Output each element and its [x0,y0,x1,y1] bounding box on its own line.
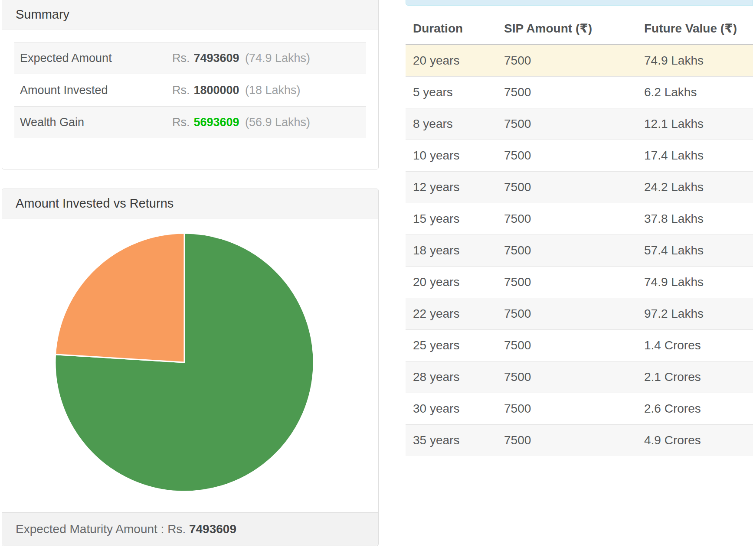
cell-sip-amount: 7500 [497,329,637,361]
cell-duration: 28 years [406,361,497,393]
summary-row-note: (18 Lakhs) [245,84,301,97]
cell-duration: 22 years [406,298,497,329]
cell-future-value: 74.9 Lakhs [637,266,753,298]
cell-duration: 8 years [406,108,497,140]
summary-row-label: Wealth Gain [20,116,84,129]
cell-duration: 10 years [406,140,497,171]
currency-prefix: Rs. [172,52,190,65]
cell-sip-amount: 7500 [497,393,637,424]
table-header-row: Duration SIP Amount (₹) Future Value (₹) [406,6,753,45]
summary-row-expected-amount: Expected Amount Rs.7493609 (74.9 Lakhs) [14,42,366,74]
cell-sip-amount: 7500 [497,361,637,393]
invested-vs-returns-panel: Amount Invested vs Returns Expected Matu… [2,189,379,546]
sip-projection-table-region: Duration SIP Amount (₹) Future Value (₹)… [406,0,753,456]
cell-future-value: 12.1 Lakhs [637,108,753,140]
summary-row-amount-invested: Amount Invested Rs.1800000 (18 Lakhs) [14,74,366,106]
cell-sip-amount: 7500 [497,140,637,171]
table-row: 28 years75002.1 Crores [406,361,753,393]
table-row: 10 years750017.4 Lakhs [406,140,753,171]
cell-sip-amount: 7500 [497,171,637,203]
cell-duration: 15 years [406,203,497,234]
expected-maturity-footer: Expected Maturity Amount : Rs. 7493609 [2,512,378,546]
cell-duration: 20 years [406,45,497,76]
cell-duration: 30 years [406,393,497,424]
chart-panel-title: Amount Invested vs Returns [2,189,378,218]
column-header-duration: Duration [406,6,497,45]
cell-future-value: 2.6 Crores [637,393,753,424]
sip-calculator-page: Summary Expected Amount Rs.7493609 (74.9… [0,0,753,560]
cell-future-value: 2.1 Crores [637,361,753,393]
cell-duration: 20 years [406,266,497,298]
column-header-sip-amount: SIP Amount (₹) [497,6,637,45]
summary-row-note: (74.9 Lakhs) [245,52,310,65]
cell-future-value: 1.4 Crores [637,329,753,361]
table-row: 22 years750097.2 Lakhs [406,298,753,329]
cell-sip-amount: 7500 [497,266,637,298]
summary-row-value: Rs.1800000 [172,84,239,97]
cell-duration: 18 years [406,234,497,266]
table-row: 8 years750012.1 Lakhs [406,108,753,140]
cell-sip-amount: 7500 [497,234,637,266]
cell-sip-amount: 7500 [497,424,637,456]
cell-sip-amount: 7500 [497,76,637,108]
cell-future-value: 37.8 Lakhs [637,203,753,234]
cell-sip-amount: 7500 [497,298,637,329]
summary-row-number: 1800000 [194,84,239,97]
table-row: 5 years75006.2 Lakhs [406,76,753,108]
info-alert-strip [406,0,753,6]
cell-future-value: 74.9 Lakhs [637,45,753,76]
cell-future-value: 24.2 Lakhs [637,171,753,203]
summary-panel-title: Summary [2,0,378,29]
table-row: 35 years75004.9 Crores [406,424,753,456]
table-row: 18 years750057.4 Lakhs [406,234,753,266]
summary-row-note: (56.9 Lakhs) [245,116,310,129]
expected-maturity-value: 7493609 [189,522,236,536]
column-header-future-value: Future Value (₹) [637,6,753,45]
cell-duration: 12 years [406,171,497,203]
summary-row-label: Amount Invested [20,84,108,97]
cell-future-value: 6.2 Lakhs [637,76,753,108]
summary-panel: Summary Expected Amount Rs.7493609 (74.9… [2,0,379,169]
sip-projection-table: Duration SIP Amount (₹) Future Value (₹)… [406,6,753,456]
summary-row-number-green: 5693609 [194,116,239,129]
cell-sip-amount: 7500 [497,203,637,234]
cell-future-value: 57.4 Lakhs [637,234,753,266]
summary-row-number: 7493609 [194,52,239,65]
cell-future-value: 17.4 Lakhs [637,140,753,171]
currency-prefix: Rs. [172,116,190,129]
cell-future-value: 97.2 Lakhs [637,298,753,329]
cell-sip-amount: 7500 [497,45,637,76]
summary-row-wealth-gain: Wealth Gain Rs.5693609 (56.9 Lakhs) [14,106,366,138]
pie-slice-amount-invested [56,233,184,362]
table-row: 30 years75002.6 Crores [406,393,753,424]
cell-duration: 35 years [406,424,497,456]
cell-sip-amount: 7500 [497,108,637,140]
table-row: 20 years750074.9 Lakhs [406,266,753,298]
table-row: 15 years750037.8 Lakhs [406,203,753,234]
summary-row-label: Expected Amount [20,52,112,65]
table-row: 25 years75001.4 Crores [406,329,753,361]
cell-future-value: 4.9 Crores [637,424,753,456]
currency-prefix: Rs. [172,84,190,97]
expected-maturity-label: Expected Maturity Amount : Rs. [16,522,186,536]
cell-duration: 5 years [406,76,497,108]
summary-row-value: Rs.5693609 [172,116,239,129]
cell-duration: 25 years [406,329,497,361]
summary-rows: Expected Amount Rs.7493609 (74.9 Lakhs) … [14,42,366,138]
summary-row-value: Rs.7493609 [172,52,239,65]
table-row: 20 years750074.9 Lakhs [406,45,753,76]
invested-vs-returns-pie-chart [54,232,315,493]
table-row: 12 years750024.2 Lakhs [406,171,753,203]
